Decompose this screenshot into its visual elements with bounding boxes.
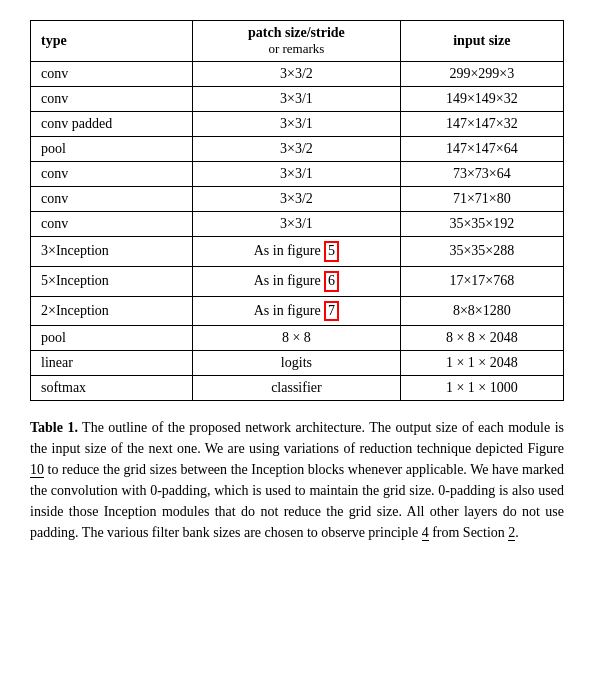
col-header-patch: patch size/stride or remarks (193, 21, 400, 62)
cell-patch: 3×3/1 (193, 212, 400, 237)
cell-patch: As in figure 7 (193, 296, 400, 326)
cell-patch: 3×3/2 (193, 187, 400, 212)
cell-input: 1 × 1 × 2048 (400, 351, 563, 376)
table-row: conv padded3×3/1147×147×32 (31, 112, 564, 137)
architecture-table: type patch size/stride or remarks input … (30, 20, 564, 401)
cell-patch: classifier (193, 376, 400, 401)
table-row: conv3×3/271×71×80 (31, 187, 564, 212)
cell-input: 35×35×192 (400, 212, 563, 237)
table-row: 3×InceptionAs in figure 535×35×288 (31, 237, 564, 267)
cell-type: 2×Inception (31, 296, 193, 326)
cell-patch: 8 × 8 (193, 326, 400, 351)
cell-patch: 3×3/2 (193, 137, 400, 162)
cell-type: pool (31, 326, 193, 351)
cell-patch: As in figure 5 (193, 237, 400, 267)
col-header-type: type (31, 21, 193, 62)
table-row: conv3×3/135×35×192 (31, 212, 564, 237)
cell-type: conv (31, 62, 193, 87)
cell-patch: 3×3/1 (193, 112, 400, 137)
cell-type: conv (31, 87, 193, 112)
cell-type: pool (31, 137, 193, 162)
cell-type: conv (31, 187, 193, 212)
table-row: conv3×3/173×73×64 (31, 162, 564, 187)
table-row: conv3×3/2299×299×3 (31, 62, 564, 87)
table-row: softmaxclassifier1 × 1 × 1000 (31, 376, 564, 401)
cell-input: 1 × 1 × 1000 (400, 376, 563, 401)
table-caption: Table 1. The outline of the proposed net… (30, 417, 564, 543)
ref-10: 10 (30, 462, 44, 478)
cell-input: 8×8×1280 (400, 296, 563, 326)
cell-patch: As in figure 6 (193, 266, 400, 296)
figure-ref: 5 (324, 241, 339, 262)
cell-input: 71×71×80 (400, 187, 563, 212)
cell-patch: 3×3/1 (193, 162, 400, 187)
ref-4: 4 (422, 525, 429, 541)
cell-input: 35×35×288 (400, 237, 563, 267)
cell-input: 8 × 8 × 2048 (400, 326, 563, 351)
figure-ref: 6 (324, 271, 339, 292)
caption-text4: . (515, 525, 519, 540)
cell-type: linear (31, 351, 193, 376)
table-row: 5×InceptionAs in figure 617×17×768 (31, 266, 564, 296)
cell-patch: logits (193, 351, 400, 376)
cell-type: conv (31, 212, 193, 237)
caption-label: Table 1. (30, 420, 78, 435)
cell-patch: 3×3/2 (193, 62, 400, 87)
caption-text3: from Section (429, 525, 509, 540)
cell-type: 3×Inception (31, 237, 193, 267)
table-row: linearlogits1 × 1 × 2048 (31, 351, 564, 376)
table-row: pool3×3/2147×147×64 (31, 137, 564, 162)
cell-input: 149×149×32 (400, 87, 563, 112)
table-row: 2×InceptionAs in figure 78×8×1280 (31, 296, 564, 326)
figure-ref: 7 (324, 301, 339, 322)
cell-input: 299×299×3 (400, 62, 563, 87)
col-header-input: input size (400, 21, 563, 62)
cell-type: conv padded (31, 112, 193, 137)
cell-input: 73×73×64 (400, 162, 563, 187)
table-row: conv3×3/1149×149×32 (31, 87, 564, 112)
cell-input: 147×147×64 (400, 137, 563, 162)
cell-type: conv (31, 162, 193, 187)
cell-input: 17×17×768 (400, 266, 563, 296)
table-row: pool8 × 88 × 8 × 2048 (31, 326, 564, 351)
cell-patch: 3×3/1 (193, 87, 400, 112)
cell-input: 147×147×32 (400, 112, 563, 137)
cell-type: 5×Inception (31, 266, 193, 296)
cell-type: softmax (31, 376, 193, 401)
caption-text1: The outline of the proposed network arch… (30, 420, 564, 456)
